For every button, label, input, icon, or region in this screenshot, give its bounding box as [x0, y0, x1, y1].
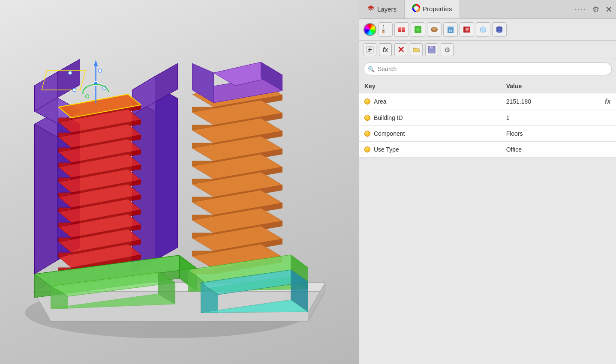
- table-cell-key: Building ID: [359, 110, 501, 126]
- svg-rect-118: [398, 30, 405, 32]
- 3d-viewport[interactable]: [0, 0, 359, 364]
- key-label: Component: [374, 130, 405, 137]
- table-cell-key: Component: [359, 126, 501, 142]
- key-label: Area: [374, 98, 387, 105]
- svg-rect-113: [382, 30, 385, 33]
- folder-btn[interactable]: [410, 43, 423, 56]
- search-input[interactable]: [364, 63, 612, 75]
- table-body: Area 2151.180fx Building ID 1 Component …: [359, 93, 616, 158]
- table-cell-value: Floors: [501, 126, 600, 142]
- toolbar-row2: fx ✕ ⚙: [359, 41, 616, 59]
- svg-rect-128: [451, 30, 452, 32]
- database-icon-btn[interactable]: [492, 22, 507, 37]
- table-cell-value: 2151.180: [501, 93, 600, 110]
- table-cell-action: [600, 142, 616, 158]
- book-icon-btn[interactable]: [460, 22, 474, 37]
- right-panel: Layers: [359, 0, 616, 364]
- green-material-btn[interactable]: [411, 22, 425, 37]
- table-cell-key: Use Type: [359, 142, 501, 158]
- paint-icon-btn[interactable]: [378, 22, 393, 37]
- properties-data-table: Key Value Area 2151.180fx Building ID 1 …: [359, 79, 616, 158]
- terrain-icon-btn[interactable]: [427, 22, 442, 37]
- col-action-header: [600, 79, 616, 93]
- tabs-bar: Layers: [359, 0, 616, 19]
- properties-tab-icon: [412, 4, 420, 13]
- row-indicator-dot: [364, 131, 370, 137]
- svg-rect-130: [464, 27, 465, 33]
- svg-rect-149: [430, 51, 433, 52]
- svg-point-104: [94, 81, 98, 86]
- row-indicator-dot: [364, 115, 370, 121]
- svg-marker-103: [94, 60, 98, 66]
- save-btn[interactable]: [425, 43, 438, 56]
- delete-btn[interactable]: ✕: [394, 43, 407, 56]
- svg-point-124: [433, 28, 436, 30]
- tab-layers-label: Layers: [377, 6, 397, 13]
- layers-tab-icon: [367, 5, 375, 14]
- svg-rect-126: [448, 27, 454, 28]
- panel-close-btn[interactable]: ✕: [602, 4, 616, 15]
- svg-point-140: [496, 31, 502, 33]
- search-container: [359, 59, 616, 79]
- svg-rect-147: [430, 46, 431, 48]
- toolbar-row1: [359, 19, 616, 41]
- glass-icon-btn[interactable]: [476, 22, 490, 37]
- delete-icon: ✕: [397, 45, 405, 55]
- settings-icon: ⚙: [444, 46, 450, 54]
- table-cell-value: Office: [501, 142, 600, 158]
- table-cell-value: 1: [501, 110, 600, 126]
- col-value-header: Value: [501, 79, 600, 93]
- table-cell-action: [600, 110, 616, 126]
- fx-btn[interactable]: fx: [379, 43, 392, 56]
- color-wheel-btn[interactable]: [364, 23, 376, 36]
- key-label: Building ID: [374, 114, 403, 121]
- tab-layers[interactable]: Layers: [359, 0, 405, 18]
- svg-marker-9: [155, 86, 178, 260]
- search-wrapper: [364, 63, 612, 75]
- svg-point-110: [86, 95, 89, 98]
- table-cell-action: [600, 126, 616, 142]
- tab-properties-label: Properties: [423, 5, 452, 12]
- panel-gear-btn[interactable]: ⚙: [590, 5, 602, 14]
- table-cell-key: Area: [359, 93, 501, 110]
- svg-marker-114: [382, 26, 385, 30]
- table-row: Use Type Office: [359, 142, 616, 158]
- svg-marker-13: [57, 59, 80, 98]
- table-row: Area 2151.180fx: [359, 93, 616, 110]
- row-fx-btn[interactable]: fx: [605, 98, 611, 105]
- svg-point-106: [69, 71, 72, 75]
- key-label: Use Type: [374, 146, 399, 153]
- fx-label: fx: [383, 46, 388, 53]
- table-row: Building ID 1: [359, 110, 616, 126]
- col-key-header: Key: [359, 79, 501, 93]
- panel-menu-dots[interactable]: ····: [571, 5, 590, 14]
- svg-marker-4: [35, 111, 57, 274]
- table-cell-action[interactable]: fx: [600, 93, 616, 110]
- properties-table: Key Value Area 2151.180fx Building ID 1 …: [359, 79, 616, 364]
- settings-small-btn[interactable]: ⚙: [441, 43, 454, 56]
- svg-point-107: [99, 69, 102, 72]
- table-header-row: Key Value: [359, 79, 616, 93]
- eraser-icon-btn[interactable]: [394, 22, 409, 37]
- row-indicator-dot: [364, 98, 370, 104]
- svg-rect-127: [449, 30, 451, 32]
- svg-point-112: [415, 6, 418, 10]
- svg-point-109: [73, 88, 76, 92]
- table-row: Component Floors: [359, 126, 616, 142]
- row-indicator-dot: [364, 146, 370, 152]
- building-icon-btn[interactable]: [443, 22, 458, 37]
- svg-rect-115: [382, 30, 385, 31]
- add-layer-btn[interactable]: [364, 43, 376, 56]
- tab-properties[interactable]: Properties: [405, 0, 460, 18]
